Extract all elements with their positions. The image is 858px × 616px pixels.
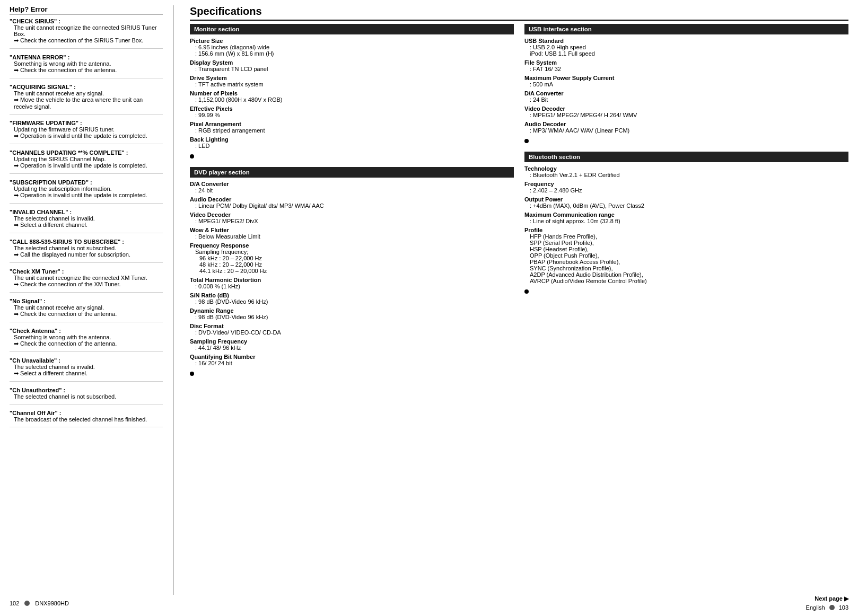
help-entry-line: ➡ Call the displayed number for subscrip… [10, 251, 163, 258]
help-entries-container: "CHECK SIRIUS" :The unit cannot recogniz… [10, 18, 163, 427]
left-column: Help? Error "CHECK SIRIUS" :The unit can… [10, 5, 174, 595]
spec-item-value: : FAT 16/ 32 [524, 66, 848, 72]
help-entry: "No Signal" :The unit cannot receive any… [10, 298, 163, 322]
spec-item: Dynamic Range: 98 dB (DVD-Video 96 kHz) [190, 307, 514, 320]
help-entry-line: ➡ Operation is invalid until the update … [10, 192, 163, 199]
spec-item: Sampling Frequency: 44.1/ 48/ 96 kHz [190, 338, 514, 351]
spec-item-title: S/N Ratio (dB) [190, 292, 514, 298]
help-entry-line: Updating the SIRIUS Channel Map. [10, 156, 163, 162]
help-entry: "SUBSCRIPTION UPDATED" :Updating the sub… [10, 179, 163, 204]
dvd-bullet [190, 372, 194, 376]
spec-item-value: : 2.402 – 2.480 GHz [524, 187, 848, 193]
spec-item: Disc Format: DVD-Video/ VIDEO-CD/ CD-DA [190, 323, 514, 336]
help-entry-line: The selected channel is invalid. [10, 215, 163, 222]
help-entry-line: ➡ Check the connection of the antenna. [10, 311, 163, 318]
spec-item-value: : 44.1/ 48/ 96 kHz [190, 345, 514, 351]
help-entry-line: ➡ Check the connection of the SIRIUS Tun… [10, 37, 163, 44]
help-entry-line: The unit cannot receive any signal. [10, 90, 163, 96]
spec-item: Pixel Arrangement: RGB striped arrangeme… [190, 121, 514, 134]
spec-item-value: iPod: USB 1.1 Full speed [524, 50, 848, 57]
spec-item-value: : 500 mA [524, 81, 848, 87]
spec-item-value: 44.1 kHz : 20 – 20,000 Hz [190, 268, 514, 274]
spec-item-title: USB Standard [524, 38, 848, 44]
footer-left: 102 DNX9980HD [10, 600, 69, 606]
help-entry-title: "INVALID CHANNEL" : [10, 209, 163, 215]
spec-item-title: Picture Size [190, 38, 514, 44]
spec-item-title: D/A Converter [524, 90, 848, 96]
help-entry-title: "ACQUIRING SIGNAL" : [10, 84, 163, 90]
help-entry-line: Updating the firmware of SIRIUS tuner. [10, 126, 163, 133]
help-entry-line: Something is wrong with the antenna. [10, 60, 163, 67]
spec-item-title: Total Harmonic Distortion [190, 277, 514, 283]
help-entry-line: ➡ Check the connection of the antenna. [10, 340, 163, 347]
spec-item: Back Lighting: LED [190, 136, 514, 149]
monitor-section: Monitor section Picture Size: 6.95 inche… [190, 24, 514, 160]
spec-item-value: : 24 Bit [524, 96, 848, 103]
spec-item-value: HFP (Hands Free Profile), [524, 233, 848, 240]
spec-item-title: Number of Pixels [190, 90, 514, 96]
spec-item: USB Standard: USB 2.0 High speediPod: US… [524, 38, 848, 57]
help-entry-title: "Ch Unavailable" : [10, 357, 163, 364]
help-entry-line: The selected channel is not subscribed. [10, 393, 163, 400]
spec-item: Technology: Bluetooth Ver.2.1 + EDR Cert… [524, 165, 848, 178]
help-entry-line: ➡ Operation is invalid until the update … [10, 133, 163, 139]
spec-item-value: : Below Measurable Limit [190, 233, 514, 240]
help-entry: "ANTENNA ERROR" :Something is wrong with… [10, 54, 163, 78]
help-entry: "Check XM Tuner" :The unit cannot recogn… [10, 268, 163, 293]
spec-item-title: Maximum Communication range [524, 212, 848, 218]
spec-item-value: : 99.99 % [190, 112, 514, 118]
spec-item-value: : 156.6 mm (W) x 81.6 mm (H) [190, 50, 514, 57]
spec-item: Effective Pixels: 99.99 % [190, 105, 514, 118]
dvd-items: D/A Converter: 24 bitAudio Decoder: Line… [190, 181, 514, 366]
footer-page-num-right: 103 [839, 604, 848, 611]
help-entry: "Ch Unavailable" :The selected channel i… [10, 357, 163, 382]
help-entry-line: ➡ Operation is invalid until the update … [10, 162, 163, 169]
footer-next-page: Next page ▶ [806, 595, 848, 602]
spec-item: Maximum Power Supply Current: 500 mA [524, 75, 848, 87]
spec-item-title: Frequency [524, 181, 848, 187]
spec-item-value: AVRCP (Audio/Video Remote Control Profil… [524, 278, 848, 284]
spec-item-title: Quantifying Bit Number [190, 354, 514, 360]
spec-item-value: 48 kHz : 20 – 22,000 Hz [190, 261, 514, 268]
dvd-section: DVD player section D/A Converter: 24 bit… [190, 167, 514, 377]
help-entry: "CALL 888-539-SIRIUS TO SUBSCRIBE" :The … [10, 239, 163, 263]
help-entry-line: Box. [10, 31, 163, 37]
spec-item-value: : RGB striped arrangement [190, 127, 514, 134]
spec-item-title: Back Lighting [190, 136, 514, 143]
help-entry-title: "CHECK SIRIUS" : [10, 18, 163, 24]
page-container: Help? Error "CHECK SIRIUS" :The unit can… [0, 0, 858, 616]
help-entry-title: "CALL 888-539-SIRIUS TO SUBSCRIBE" : [10, 239, 163, 245]
spec-item-title: D/A Converter [190, 181, 514, 187]
spec-item: Wow & Flutter: Below Measurable Limit [190, 227, 514, 240]
help-entry: "Ch Unauthorized" :The selected channel … [10, 387, 163, 404]
spec-item-value: 96 kHz : 20 – 22,000 Hz [190, 255, 514, 261]
spec-item: Video Decoder: MPEG1/ MPEG2/ DivX [190, 212, 514, 224]
spec-item-value: : MPEG1/ MPEG2/ MPEG4/ H.264/ WMV [524, 112, 848, 118]
spec-item: D/A Converter: 24 Bit [524, 90, 848, 103]
spec-item: D/A Converter: 24 bit [190, 181, 514, 193]
spec-item-value: : Line of sight approx. 10m (32.8 ft) [524, 218, 848, 224]
spec-item: Video Decoder: MPEG1/ MPEG2/ MPEG4/ H.26… [524, 105, 848, 118]
spec-item-value: : USB 2.0 High speed [524, 44, 848, 50]
spec-item-value: : DVD-Video/ VIDEO-CD/ CD-DA [190, 329, 514, 336]
help-entry: "Channel Off Air" :The broadcast of the … [10, 410, 163, 427]
footer-circle-right [829, 605, 835, 610]
spec-item-value: : 24 bit [190, 187, 514, 193]
specs-col-left: Monitor section Picture Size: 6.95 inche… [190, 24, 514, 384]
help-entry-line: ➡ Check the connection of the XM Tuner. [10, 281, 163, 288]
monitor-items: Picture Size: 6.95 inches (diagonal) wid… [190, 38, 514, 149]
spec-item-subtitle: Sampling frequency; [190, 249, 514, 255]
spec-item-title: Video Decoder [190, 212, 514, 218]
help-entry: "CHANNELS UPDATING **% COMPLETE" :Updati… [10, 149, 163, 174]
help-entry: "Check Antenna" :Something is wrong with… [10, 328, 163, 352]
help-entry: "CHECK SIRIUS" :The unit cannot recogniz… [10, 18, 163, 49]
spec-item-value: : +4dBm (MAX), 0dBm (AVE), Power Class2 [524, 203, 848, 209]
help-entry-line: Updating the subscription information. [10, 186, 163, 192]
help-entry-line: ➡ Move the vehicle to the area where the… [10, 96, 163, 103]
help-entry-line: ➡ Select a different channel. [10, 370, 163, 377]
spec-item-value: : LED [190, 143, 514, 149]
spec-item-title: Video Decoder [524, 105, 848, 112]
help-entry-line: receive signal. [10, 103, 163, 110]
spec-item-title: Drive System [190, 75, 514, 81]
spec-item-title: Frequency Response [190, 242, 514, 249]
